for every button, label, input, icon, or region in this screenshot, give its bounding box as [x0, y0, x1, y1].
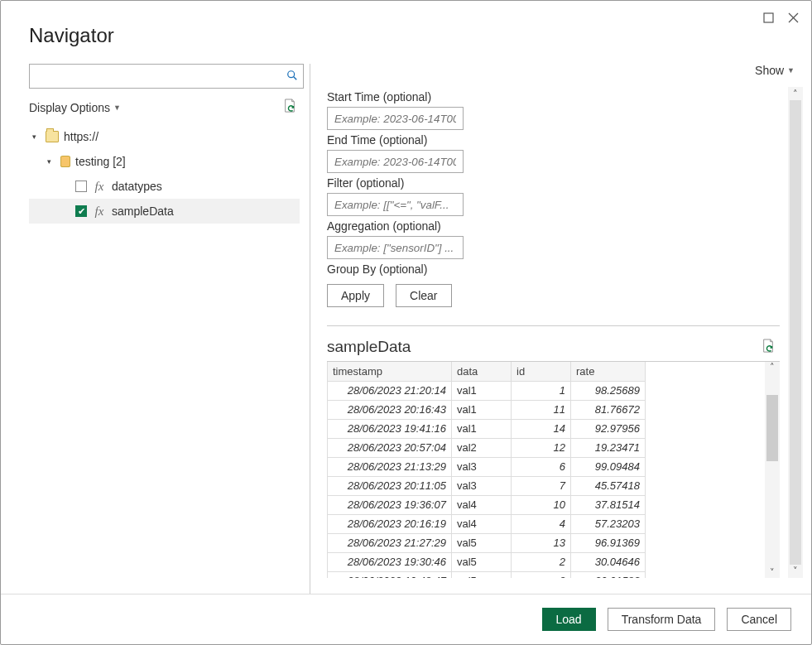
clear-button[interactable]: Clear	[396, 284, 451, 307]
transform-data-button[interactable]: Transform Data	[608, 608, 716, 631]
nav-tree: ▾ https:// ▾ testing [2] fx dataty	[29, 124, 300, 224]
col-id[interactable]: id	[512, 362, 571, 381]
preview-table: timestamp data id rate 28/06/2023 21:20:…	[327, 362, 646, 578]
close-icon[interactable]	[783, 7, 803, 27]
end-time-input[interactable]	[333, 155, 458, 169]
cancel-button[interactable]: Cancel	[727, 608, 791, 631]
scroll-down-icon[interactable]: ˅	[765, 567, 780, 578]
scroll-up-icon[interactable]: ˄	[765, 362, 780, 373]
scroll-thumb[interactable]	[766, 395, 778, 461]
search-input[interactable]	[35, 69, 286, 84]
svg-line-4	[294, 76, 297, 79]
cell-rate: 45.57418	[571, 476, 646, 495]
folder-icon	[46, 131, 59, 142]
cell-data: val4	[452, 495, 512, 514]
refresh-icon[interactable]	[762, 339, 775, 356]
search-icon[interactable]	[286, 70, 298, 84]
apply-button[interactable]: Apply	[327, 284, 384, 307]
tree-item-datatypes[interactable]: fx datatypes	[29, 174, 300, 199]
refresh-icon[interactable]	[283, 99, 296, 116]
parameters-form: ˄ ˅ Start Time (optional) End Time (opti…	[327, 87, 803, 578]
svg-rect-0	[764, 13, 773, 22]
divider	[327, 325, 780, 326]
cell-id: 10	[512, 495, 571, 514]
table-row[interactable]: 28/06/2023 21:13:29val3699.09484	[328, 457, 646, 476]
chevron-down-icon: ▼	[787, 66, 795, 75]
cell-data: val2	[452, 438, 512, 457]
dialog-footer: Load Transform Data Cancel	[1, 594, 811, 644]
scroll-up-icon[interactable]: ˄	[788, 89, 803, 99]
left-pane: Display Options ▼ ▾ https:// ▾ test	[29, 64, 310, 594]
search-box[interactable]	[29, 64, 304, 89]
cell-id: 4	[512, 514, 571, 533]
aggregation-input[interactable]	[333, 241, 458, 255]
cell-id: 3	[512, 571, 571, 578]
col-rate[interactable]: rate	[571, 362, 646, 381]
tree-item-sampledata[interactable]: ✔ fx sampleData	[29, 199, 300, 224]
collapse-icon[interactable]: ▾	[32, 132, 41, 141]
cell-rate: 96.91369	[571, 533, 646, 552]
cell-rate: 99.09484	[571, 457, 646, 476]
cell-timestamp: 28/06/2023 21:13:29	[328, 457, 452, 476]
cell-timestamp: 28/06/2023 20:16:43	[328, 400, 452, 419]
table-row[interactable]: 28/06/2023 21:27:29val51396.91369	[328, 533, 646, 552]
table-row[interactable]: 28/06/2023 20:16:19val4457.23203	[328, 514, 646, 533]
end-time-label: End Time (optional)	[327, 133, 780, 147]
cell-data: val1	[452, 419, 512, 438]
table-row[interactable]: 28/06/2023 20:16:43val11181.76672	[328, 400, 646, 419]
tree-node-label: testing [2]	[75, 155, 300, 168]
tree-root-https[interactable]: ▾ https://	[29, 124, 300, 149]
cell-id: 12	[512, 438, 571, 457]
cell-rate: 19.23471	[571, 438, 646, 457]
cell-data: val3	[452, 476, 512, 495]
cell-timestamp: 28/06/2023 19:30:46	[328, 552, 452, 571]
cell-rate: 30.04646	[571, 552, 646, 571]
checkbox-unchecked-icon[interactable]	[75, 181, 87, 192]
cell-timestamp: 28/06/2023 10:48:47	[328, 571, 452, 578]
cell-rate: 98.25689	[571, 381, 646, 400]
table-scrollbar[interactable]: ˄ ˅	[765, 362, 780, 578]
cell-id: 2	[512, 552, 571, 571]
cell-timestamp: 28/06/2023 20:11:05	[328, 476, 452, 495]
checkbox-checked-icon[interactable]: ✔	[75, 205, 87, 217]
table-row[interactable]: 28/06/2023 20:11:05val3745.57418	[328, 476, 646, 495]
table-row[interactable]: 28/06/2023 19:30:46val5230.04646	[328, 552, 646, 571]
show-label: Show	[755, 64, 784, 77]
navigator-dialog: Navigator Display Options ▼	[0, 0, 812, 645]
collapse-icon[interactable]: ▾	[47, 157, 55, 166]
table-row[interactable]: 28/06/2023 19:36:07val41037.81514	[328, 495, 646, 514]
cell-timestamp: 28/06/2023 20:16:19	[328, 514, 452, 533]
cell-id: 6	[512, 457, 571, 476]
show-dropdown[interactable]: Show ▼	[755, 64, 795, 77]
filter-label: Filter (optional)	[327, 176, 780, 190]
start-time-input[interactable]	[333, 112, 458, 126]
load-button[interactable]: Load	[542, 608, 596, 631]
scroll-down-icon[interactable]: ˅	[788, 566, 803, 576]
tree-root-label: https://	[64, 130, 300, 143]
cell-id: 14	[512, 419, 571, 438]
table-row[interactable]: 28/06/2023 10:48:47val5320.01583	[328, 571, 646, 578]
chevron-down-icon: ▼	[113, 103, 121, 112]
col-data[interactable]: data	[452, 362, 512, 381]
cell-rate: 57.23203	[571, 514, 646, 533]
cell-rate: 20.01583	[571, 571, 646, 578]
cell-data: val3	[452, 457, 512, 476]
scroll-thumb[interactable]	[790, 100, 801, 565]
aggregation-label: Aggregation (optional)	[327, 219, 780, 233]
maximize-icon[interactable]	[758, 7, 778, 27]
tree-node-testing[interactable]: ▾ testing [2]	[29, 149, 300, 174]
form-scrollbar[interactable]: ˄ ˅	[788, 87, 803, 578]
col-timestamp[interactable]: timestamp	[328, 362, 452, 381]
cell-rate: 81.76672	[571, 400, 646, 419]
preview-table-wrap: timestamp data id rate 28/06/2023 21:20:…	[327, 361, 780, 578]
table-row[interactable]: 28/06/2023 20:57:04val21219.23471	[328, 438, 646, 457]
cell-timestamp: 28/06/2023 19:41:16	[328, 419, 452, 438]
display-options-dropdown[interactable]: Display Options ▼	[29, 101, 121, 114]
table-row[interactable]: 28/06/2023 21:20:14val1198.25689	[328, 381, 646, 400]
cell-id: 1	[512, 381, 571, 400]
cell-rate: 37.81514	[571, 495, 646, 514]
fx-icon: fx	[92, 180, 107, 194]
titlebar: Navigator	[1, 1, 811, 47]
table-row[interactable]: 28/06/2023 19:41:16val11492.97956	[328, 419, 646, 438]
filter-input[interactable]	[333, 198, 458, 212]
